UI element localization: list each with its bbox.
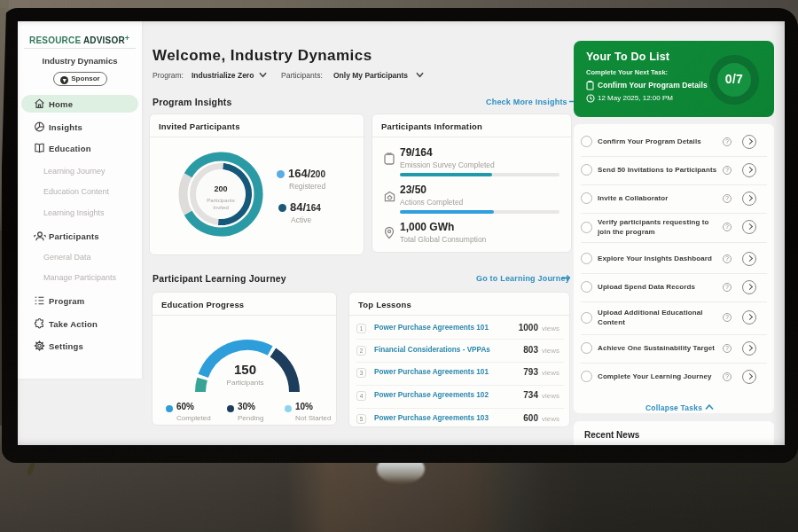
svg-text:Invited: Invited: [213, 205, 229, 210]
svg-text:200: 200: [214, 184, 227, 193]
svg-text:Participants: Participants: [207, 198, 234, 203]
